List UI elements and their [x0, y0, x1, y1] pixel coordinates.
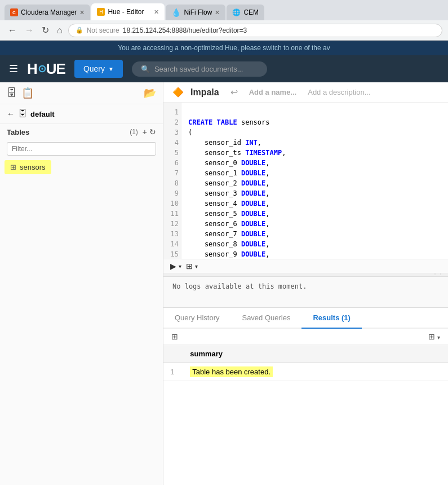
address-bar: ← → ↻ ⌂ 🔒 Not secure 18.215.124.254:8888…	[0, 20, 448, 41]
query-button-label: Query	[83, 64, 105, 73]
tab-cem[interactable]: 🌐 CEM	[227, 5, 264, 20]
browser-chrome: C Cloudera Manager ✕ H Hue - Editor ✕ 💧 …	[0, 0, 448, 20]
tab-results[interactable]: Results (1)	[301, 308, 361, 329]
row-value: Table has been created.	[181, 363, 448, 381]
tab-hue-close[interactable]: ✕	[154, 8, 159, 16]
table-name: sensors	[20, 163, 46, 171]
banner-text: You are accessing a non-optimized Hue, p…	[118, 44, 330, 52]
code-options-icon[interactable]: ⊞ ▾	[186, 262, 198, 271]
reload-button[interactable]: ↻	[39, 24, 51, 37]
tab-cem-label: CEM	[243, 8, 259, 16]
results-col-summary: summary	[181, 345, 448, 363]
grid-view-icon[interactable]: ⊞	[168, 331, 181, 342]
db-stack-icon: 🗄	[18, 109, 27, 119]
tables-label: Tables	[7, 128, 29, 136]
tab-hue[interactable]: H Hue - Editor ✕	[91, 3, 165, 20]
home-button[interactable]: ⌂	[55, 24, 65, 37]
notification-banner: You are accessing a non-optimized Hue, p…	[0, 41, 448, 55]
search-placeholder-text: Search saved documents...	[154, 65, 243, 73]
query-dropdown-arrow-icon: ▼	[108, 66, 114, 72]
results-grid-controls: ⊞ ⊞ ▾	[163, 329, 448, 345]
run-query-icon[interactable]: ▶ ▾	[170, 262, 181, 271]
sidebar-icons-row: 🗄 📋 📂	[0, 82, 163, 104]
editor-panel: 🔶 Impala ↩ Add a name... Add a descripti…	[163, 82, 448, 485]
back-button[interactable]: ←	[6, 24, 19, 37]
query-icon[interactable]: 📋	[21, 87, 34, 99]
sidebar-right-icon[interactable]: 📂	[144, 87, 156, 99]
tab-nifi-label: NiFi Flow	[184, 8, 212, 16]
add-name-text[interactable]: Add a name...	[249, 88, 297, 96]
query-button[interactable]: Query ▼	[74, 60, 123, 78]
results-area: ⊞ ⊞ ▾ summary 1 Table has been created.	[163, 329, 448, 485]
protocol-label: Not secure	[87, 26, 119, 34]
tab-nifi[interactable]: 💧 NiFi Flow ✕	[166, 5, 225, 20]
tab-query-history[interactable]: Query History	[163, 308, 230, 329]
cloudera-icon: C	[10, 8, 18, 16]
h-letter: H	[27, 60, 37, 78]
back-arrow-icon[interactable]: ←	[7, 109, 15, 118]
logs-area: No logs available at this moment.	[163, 277, 448, 308]
table-filter-input[interactable]	[7, 142, 156, 156]
tab-saved-queries-label: Saved Queries	[242, 313, 290, 322]
line-numbers: 12345678910111213141516171819202122	[163, 103, 181, 259]
nifi-tab-icon: 💧	[171, 8, 181, 17]
undo-icon[interactable]: ↩	[230, 87, 238, 98]
impala-icon: 🔶	[172, 87, 184, 98]
tab-cloudera[interactable]: C Cloudera Manager ✕	[5, 5, 90, 20]
hue-logo: H⊙UE	[27, 60, 65, 78]
tab-cloudera-label: Cloudera Manager	[21, 8, 77, 16]
engine-label: Impala	[190, 87, 219, 98]
table-icon: ⊞	[10, 163, 16, 171]
app-header: ☰ H⊙UE Query ▼ 🔍 Search saved documents.…	[0, 55, 448, 82]
db-name: default	[30, 110, 55, 118]
tables-count: (1)	[130, 128, 138, 136]
download-icon[interactable]: ⊞ ▾	[425, 331, 443, 342]
editor-toolbar: 🔶 Impala ↩ Add a name... Add a descripti…	[163, 82, 448, 103]
search-box[interactable]: 🔍 Search saved documents...	[132, 61, 267, 77]
circle-icon: ⊙	[38, 63, 46, 75]
hue-tab-icon: H	[97, 8, 105, 16]
tab-query-history-label: Query History	[175, 313, 219, 322]
search-icon: 🔍	[141, 65, 150, 73]
tab-nifi-close[interactable]: ✕	[215, 9, 220, 16]
main-layout: 🗄 📋 📂 ← 🗄 default Tables (1) + ↻ ⊞ senso…	[0, 82, 448, 485]
cem-tab-icon: 🌐	[232, 8, 241, 16]
results-col-num	[163, 345, 181, 363]
refresh-tables-icon[interactable]: ↻	[149, 127, 156, 136]
sidebar: 🗄 📋 📂 ← 🗄 default Tables (1) + ↻ ⊞ senso…	[0, 82, 163, 485]
code-content[interactable]: CREATE TABLE sensors ( sensor_id INT, se…	[181, 103, 448, 259]
result-highlight: Table has been created.	[190, 366, 273, 377]
ue-letters: UE	[46, 60, 65, 78]
editor-actions: ▶ ▾ ⊞ ▾	[163, 259, 448, 273]
tab-hue-label: Hue - Editor	[108, 8, 144, 16]
logs-message: No logs available at this moment.	[172, 282, 307, 290]
row-num: 1	[163, 363, 181, 381]
tab-saved-queries[interactable]: Saved Queries	[230, 308, 301, 329]
results-table: summary 1 Table has been created.	[163, 345, 448, 381]
tab-results-label: Results (1)	[313, 313, 350, 322]
forward-button[interactable]: →	[23, 24, 36, 37]
table-item-sensors[interactable]: ⊞ sensors	[5, 160, 51, 174]
tab-cloudera-close[interactable]: ✕	[79, 9, 85, 16]
address-input[interactable]: 🔒 Not secure 18.215.124.254:8888/hue/edi…	[68, 24, 442, 37]
bottom-tabs: Query History Saved Queries Results (1)	[163, 308, 448, 329]
tables-header: Tables (1) + ↻	[0, 124, 163, 140]
address-text: 18.215.124.254:8888/hue/editor?editor=3	[123, 26, 247, 34]
table-row: 1 Table has been created.	[163, 363, 448, 381]
lock-icon: 🔒	[76, 26, 83, 34]
add-description-text[interactable]: Add a description...	[308, 88, 370, 96]
db-nav: ← 🗄 default	[0, 104, 163, 124]
add-table-icon[interactable]: +	[143, 127, 147, 136]
hamburger-menu-icon[interactable]: ☰	[9, 63, 18, 75]
database-icon[interactable]: 🗄	[7, 87, 17, 99]
code-editor[interactable]: 12345678910111213141516171819202122 CREA…	[163, 103, 448, 259]
